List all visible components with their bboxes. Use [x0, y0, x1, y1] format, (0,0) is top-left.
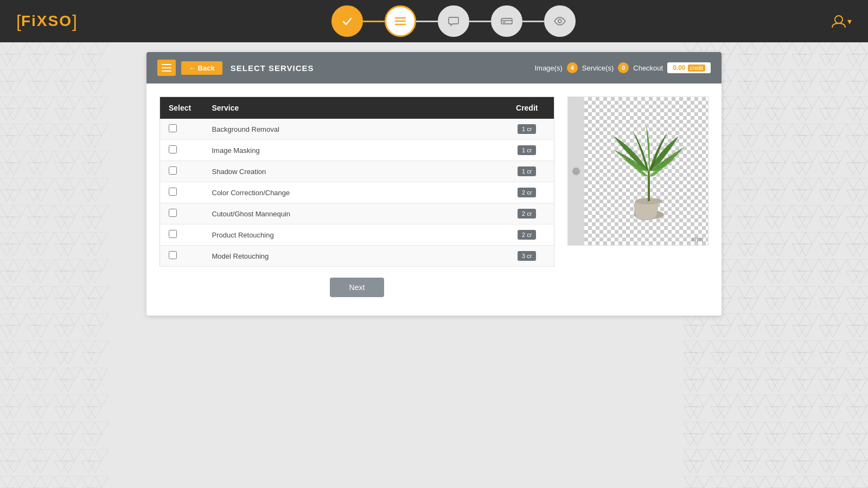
- table-row: Color Correction/Change2 cr: [160, 182, 554, 203]
- step-5[interactable]: [544, 5, 576, 37]
- credit-badge: 2 cr: [518, 188, 536, 197]
- service-checkbox-4[interactable]: [169, 209, 177, 217]
- connector-3-4: [469, 21, 491, 22]
- panel: ← Back SELECT SERVICES Image(s) 4 Servic…: [146, 52, 722, 316]
- images-label: Image(s): [534, 64, 562, 72]
- hamburger-line-3: [162, 70, 171, 72]
- preview-sidebar: [568, 97, 584, 245]
- services-count-badge: 0: [618, 62, 629, 73]
- after-label: after: [692, 236, 704, 242]
- service-checkbox-1[interactable]: [169, 145, 177, 153]
- step-1[interactable]: [331, 5, 363, 37]
- checkmark-icon: [341, 15, 353, 27]
- logo: [ FiXSO ]: [16, 11, 77, 31]
- user-dropdown-arrow: ▾: [847, 16, 852, 27]
- service-checkbox-2[interactable]: [169, 166, 177, 175]
- hamburger-line-1: [162, 64, 171, 65]
- table-row: Shadow Creation1 cr: [160, 161, 554, 182]
- list-icon: [394, 16, 406, 26]
- table-row: Model Retouching3 cr: [160, 246, 554, 267]
- credit-cell: 1 cr: [500, 140, 554, 161]
- select-cell: [160, 119, 203, 140]
- panel-header-left: ← Back SELECT SERVICES: [157, 60, 314, 76]
- step-3[interactable]: [438, 5, 469, 37]
- col-credit: Credit: [500, 97, 554, 119]
- preview-section: after: [567, 97, 709, 303]
- service-checkbox-3[interactable]: [169, 188, 177, 196]
- nav-steps: [331, 5, 576, 37]
- plant-preview: [595, 102, 703, 234]
- svg-rect-13: [501, 18, 512, 24]
- select-cell: [160, 246, 203, 267]
- preview-container: after: [567, 97, 709, 246]
- service-name: Product Retouching: [203, 224, 500, 246]
- hamburger-line-2: [162, 67, 171, 68]
- select-cell: [160, 161, 203, 182]
- connector-1-2: [363, 21, 385, 22]
- services-label: Service(s): [582, 64, 614, 72]
- step-2[interactable]: [385, 5, 416, 37]
- service-checkbox-0[interactable]: [169, 124, 177, 132]
- user-avatar[interactable]: ▾: [830, 12, 852, 30]
- credit-cell: 2 cr: [500, 182, 554, 203]
- service-checkbox-5[interactable]: [169, 230, 177, 238]
- select-cell: [160, 182, 203, 203]
- panel-header: ← Back SELECT SERVICES Image(s) 4 Servic…: [146, 52, 722, 84]
- connector-2-3: [416, 21, 438, 22]
- logo-bracket-close: ]: [72, 11, 77, 31]
- table-header: Select Service Credit: [160, 97, 554, 119]
- eye-icon: [554, 17, 566, 25]
- logo-text: FiXSO: [21, 12, 72, 30]
- preview-slider[interactable]: [572, 168, 580, 175]
- chat-icon: [448, 15, 459, 27]
- services-table: Select Service Credit Background Removal…: [159, 97, 554, 267]
- images-count-badge: 4: [567, 62, 578, 73]
- panel-header-right: Image(s) 4 Service(s) 0 Checkout 0.00 cr…: [534, 62, 711, 73]
- select-cell: [160, 140, 203, 161]
- logo-bracket: [: [16, 11, 21, 31]
- table-row: Background Removal1 cr: [160, 119, 554, 140]
- table-row: Cutout/Ghost Mannequin2 cr: [160, 203, 554, 224]
- plant-svg: [600, 106, 698, 231]
- navbar: [ FiXSO ]: [0, 0, 868, 42]
- hamburger-button[interactable]: [157, 60, 176, 76]
- service-name: Model Retouching: [203, 246, 500, 267]
- checkout-value: 0.00: [673, 64, 685, 72]
- credit-cell: 1 cr: [500, 119, 554, 140]
- checkout-label: Checkout: [633, 64, 663, 72]
- credit-badge: 1 cr: [518, 145, 536, 155]
- checkout-button[interactable]: 0.00 credit: [667, 62, 711, 73]
- credit-badge: 1 cr: [518, 124, 536, 134]
- credit-badge: 2 cr: [518, 209, 536, 219]
- panel-title: SELECT SERVICES: [231, 63, 314, 73]
- credit-cell: 3 cr: [500, 246, 554, 267]
- step-4[interactable]: [491, 5, 522, 37]
- connector-4-5: [522, 21, 544, 22]
- col-service: Service: [203, 97, 500, 119]
- next-button[interactable]: Next: [330, 278, 385, 297]
- service-name: Image Masking: [203, 140, 500, 161]
- service-name: Shadow Creation: [203, 161, 500, 182]
- credit-cell: 1 cr: [500, 161, 554, 182]
- services-tbody: Background Removal1 crImage Masking1 crS…: [160, 119, 554, 267]
- user-icon: [830, 12, 847, 30]
- col-select: Select: [160, 97, 203, 119]
- back-button[interactable]: ← Back: [181, 61, 222, 75]
- table-row: Image Masking1 cr: [160, 140, 554, 161]
- credit-badge: 1 cr: [518, 166, 536, 176]
- main-content: ← Back SELECT SERVICES Image(s) 4 Servic…: [0, 42, 868, 316]
- svg-point-16: [558, 20, 561, 23]
- services-section: Select Service Credit Background Removal…: [159, 97, 554, 303]
- payment-icon: [501, 18, 513, 24]
- service-name: Background Removal: [203, 119, 500, 140]
- panel-body: Select Service Credit Background Removal…: [146, 84, 722, 316]
- checkout-badge: credit: [688, 65, 705, 72]
- credit-cell: 2 cr: [500, 224, 554, 246]
- select-cell: [160, 203, 203, 224]
- service-checkbox-6[interactable]: [169, 251, 177, 259]
- svg-point-17: [835, 16, 843, 23]
- next-btn-container: Next: [159, 267, 554, 303]
- credit-badge: 2 cr: [518, 230, 536, 240]
- svg-rect-15: [503, 22, 506, 23]
- select-cell: [160, 224, 203, 246]
